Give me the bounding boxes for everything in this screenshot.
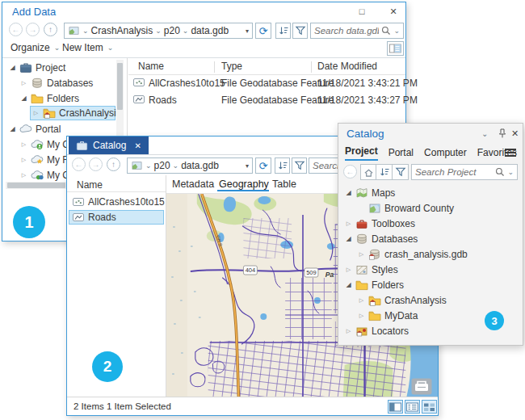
tree-item-toolboxes[interactable]: ▷ Toolboxes: [342, 216, 513, 231]
close-tab-icon[interactable]: ✕: [134, 141, 141, 150]
address-bar[interactable]: ⌄ CrashAnalysis ⌄ p20 ⌄ data.gdb ▾: [64, 23, 253, 39]
pane-titlebar[interactable]: Catalog ⌄ ✕: [338, 124, 523, 143]
list-view-button[interactable]: [405, 400, 420, 414]
tab-geography[interactable]: Geography: [219, 178, 269, 190]
list-header-name[interactable]: Name: [77, 179, 103, 191]
close-pane-icon[interactable]: ✕: [511, 128, 519, 139]
basemap-button[interactable]: [411, 378, 432, 395]
breadcrumb-p20[interactable]: p20: [154, 160, 170, 171]
expander-icon[interactable]: ▷: [32, 110, 40, 116]
tree-item-folders[interactable]: ◢ Folders: [342, 277, 513, 292]
expander-icon[interactable]: ◢: [345, 235, 352, 242]
expander-icon[interactable]: ▷: [345, 220, 352, 227]
add-data-titlebar[interactable]: Add Data □ ✕: [2, 2, 405, 20]
back-button[interactable]: ←: [9, 23, 23, 36]
expander-icon[interactable]: ◢: [345, 281, 352, 288]
breadcrumb-crashanalysis[interactable]: CrashAnalysis: [91, 25, 153, 36]
preview-pane-view-button[interactable]: [388, 400, 403, 414]
tree-item-maps[interactable]: ◢ Maps: [342, 185, 513, 200]
tab-portal[interactable]: Portal: [388, 147, 414, 161]
expander-icon[interactable]: ▷: [358, 297, 365, 304]
expander-icon[interactable]: ▷: [345, 328, 352, 334]
close-button[interactable]: ✕: [387, 6, 400, 18]
back-button[interactable]: ←: [72, 158, 86, 171]
tab-project[interactable]: Project: [345, 145, 378, 161]
chevron-down-icon[interactable]: ⌄: [82, 27, 89, 35]
column-divider[interactable]: [214, 61, 215, 73]
file-name[interactable]: Roads: [149, 94, 177, 106]
column-header-modified[interactable]: Date Modified: [317, 61, 377, 72]
expander-icon[interactable]: ▷: [20, 141, 27, 148]
view-mode-button[interactable]: [387, 41, 404, 56]
tree-item-portal[interactable]: ◢ Portal: [6, 121, 116, 136]
breadcrumb-datagdb[interactable]: data.gdb: [191, 25, 229, 36]
expander-icon[interactable]: ▷: [358, 251, 365, 258]
expander-icon[interactable]: ◢: [20, 94, 27, 102]
search-input[interactable]: [415, 167, 493, 177]
tree-item-crashanalysis-folder[interactable]: ▷ CrashAnalysis: [342, 292, 513, 308]
tab-metadata[interactable]: Metadata: [172, 178, 214, 190]
pin-icon[interactable]: [496, 128, 509, 139]
tree-item-databases[interactable]: ◢ Databases: [342, 231, 513, 246]
search-input[interactable]: [314, 26, 379, 36]
chevron-down-icon[interactable]: ⌄: [155, 27, 162, 35]
chevron-down-icon[interactable]: ⌄: [507, 169, 514, 176]
back-button[interactable]: ←: [343, 165, 357, 178]
tree-item-crash-analysis-gdb[interactable]: ▷ crash_analysis.gdb: [342, 246, 513, 262]
expander-icon[interactable]: ◢: [9, 64, 16, 71]
address-bar[interactable]: ⌄ p20 ⌄ data.gdb ▾: [127, 158, 253, 174]
refresh-button[interactable]: ⟳: [255, 158, 271, 174]
home-button[interactable]: [360, 164, 376, 180]
expander-icon[interactable]: ▷: [20, 80, 27, 86]
expander-icon[interactable]: ▷: [20, 172, 27, 178]
expander-icon[interactable]: ▷: [20, 157, 27, 163]
forward-button[interactable]: →: [89, 158, 103, 171]
breadcrumb-datagdb[interactable]: data.gdb: [181, 160, 219, 171]
tree-item-folders[interactable]: ◢ Folders: [6, 90, 116, 106]
refresh-button[interactable]: ⟳: [255, 23, 271, 39]
new-item-menu[interactable]: New Item ⌄: [62, 42, 113, 53]
breadcrumb-p20[interactable]: p20: [164, 25, 180, 36]
file-name[interactable]: AllCrashes10to15: [149, 78, 225, 89]
tree-item-styles[interactable]: ▷ Styles: [342, 262, 513, 277]
chevron-down-icon[interactable]: ⌄: [481, 130, 488, 138]
filter-button[interactable]: [292, 23, 308, 39]
address-dropdown-icon[interactable]: ▾: [246, 162, 249, 170]
column-divider[interactable]: [311, 61, 312, 73]
search-icon[interactable]: [381, 26, 391, 36]
chevron-down-icon[interactable]: ⌄: [183, 27, 189, 35]
expander-icon[interactable]: ◢: [345, 189, 352, 196]
list-item-roads-selected[interactable]: Roads: [69, 210, 164, 225]
thumbnail-view-button[interactable]: [422, 400, 437, 414]
tree-item-databases[interactable]: ▷ Databases: [6, 75, 116, 90]
catalog-view-tab[interactable]: Catalog ✕: [69, 136, 149, 154]
search-icon[interactable]: [495, 167, 505, 177]
expander-icon[interactable]: ▷: [345, 267, 352, 273]
search-box[interactable]: ⌄: [310, 23, 404, 39]
sort-button[interactable]: [275, 158, 290, 174]
tab-computer[interactable]: Computer: [424, 147, 467, 161]
filter-button[interactable]: [292, 158, 307, 174]
scrollbar-thumb[interactable]: [7, 183, 65, 188]
chevron-down-icon[interactable]: ⌄: [393, 27, 400, 35]
filter-button[interactable]: [393, 164, 409, 180]
up-button[interactable]: ↑: [107, 158, 120, 171]
chevron-down-icon[interactable]: ⌄: [173, 162, 179, 170]
chevron-down-icon[interactable]: ⌄: [145, 162, 152, 170]
tab-table[interactable]: Table: [272, 178, 296, 190]
column-header-name[interactable]: Name: [138, 61, 164, 72]
address-dropdown-icon[interactable]: ▾: [246, 27, 249, 35]
expander-icon[interactable]: ▷: [358, 313, 365, 319]
up-button[interactable]: ↑: [44, 23, 57, 36]
search-box[interactable]: ⌄: [411, 164, 518, 180]
sort-button[interactable]: [275, 23, 291, 39]
scrollbar-thumb[interactable]: [117, 63, 123, 110]
tree-item-crashanalysis-selected[interactable]: ▷ CrashAnalysis: [30, 106, 116, 120]
tree-item-project[interactable]: ◢ Project: [6, 60, 116, 75]
list-item-allcrashes[interactable]: AllCrashes10to15: [69, 194, 164, 209]
sort-button[interactable]: [376, 164, 393, 180]
expander-icon[interactable]: ◢: [9, 125, 16, 132]
menu-icon[interactable]: [505, 147, 516, 158]
tree-item-broward-county[interactable]: Broward County: [342, 200, 513, 216]
column-header-type[interactable]: Type: [221, 61, 242, 72]
